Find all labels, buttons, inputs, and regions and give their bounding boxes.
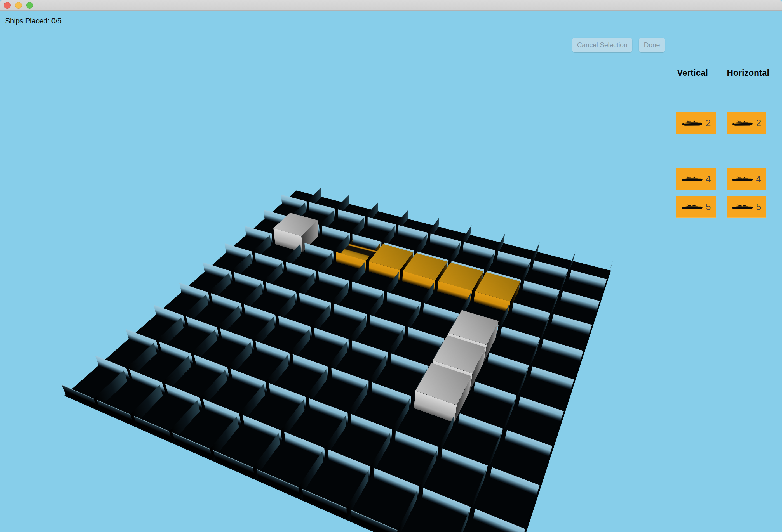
game-board-area xyxy=(0,0,782,532)
board-3d xyxy=(63,190,612,532)
